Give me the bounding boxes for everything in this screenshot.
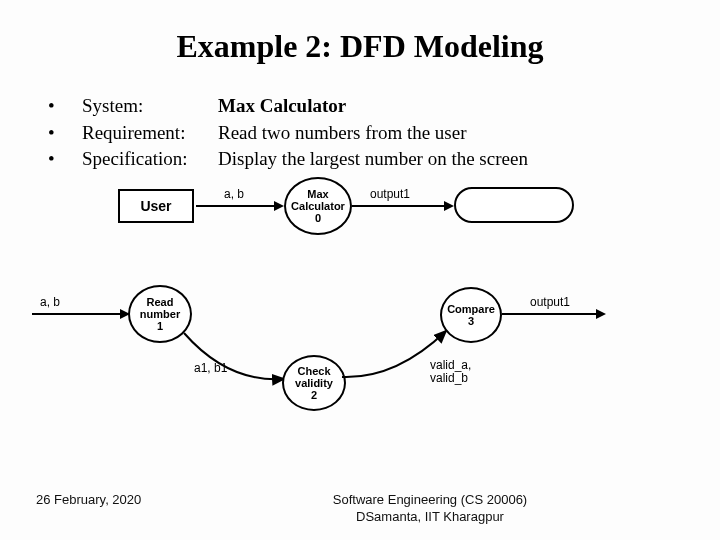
dfd0-process-name: Max Calculator	[286, 188, 350, 212]
dfd0-arrow-out	[352, 205, 446, 207]
dfd1-flow-p2p3-line2: valid_b	[430, 372, 471, 385]
footer-date: 26 February, 2020	[0, 492, 260, 526]
arrow-head-icon	[444, 201, 454, 211]
bullet-item: • Requirement: Read two numbers from the…	[48, 120, 690, 147]
bullet-label: Specification:	[82, 146, 194, 173]
dfd1-p3-id: 3	[468, 315, 474, 327]
bullet-marker: •	[48, 120, 58, 147]
dfd0-flow-in-label: a, b	[224, 187, 244, 201]
bullet-item: • Specification: Display the largest num…	[48, 146, 690, 173]
footer-course: Software Engineering (CS 20006)	[260, 492, 600, 509]
bullet-marker: •	[48, 146, 58, 173]
dfd1-arrow-in	[32, 313, 122, 315]
dfd1-flow-in-label: a, b	[40, 295, 60, 309]
arrow-head-icon	[274, 201, 284, 211]
slide-footer: 26 February, 2020 Software Engineering (…	[0, 492, 720, 526]
dfd0-external-user: User	[118, 189, 194, 223]
dfd1-p3-name: Compare	[447, 303, 495, 315]
dfd1-flow-p1p2-label: a1, b1	[194, 361, 227, 375]
bullet-item: • System: Max Calculator	[48, 93, 690, 120]
bullet-label: Requirement:	[82, 120, 194, 147]
bullet-value: Max Calculator	[218, 93, 346, 120]
dfd1-arrow-p1-p2	[178, 323, 293, 389]
dfd0-process: Max Calculator 0	[284, 177, 352, 235]
bullet-list: • System: Max Calculator • Requirement: …	[0, 65, 720, 183]
dfd1-flow-out-label: output1	[530, 295, 570, 309]
dfd1-arrow-out	[502, 313, 598, 315]
dfd-diagram: User a, b Max Calculator 0 output1 a, b …	[0, 183, 720, 443]
dfd0-flow-out-label: output1	[370, 187, 410, 201]
dfd1-p2-id: 2	[311, 389, 317, 401]
dfd1-process-compare: Compare 3	[440, 287, 502, 343]
dfd1-flow-p2p3-label: valid_a, valid_b	[430, 359, 471, 385]
bullet-value: Display the largest number on the screen	[218, 146, 528, 173]
dfd0-process-id: 0	[315, 212, 321, 224]
dfd1-p1-id: 1	[157, 320, 163, 332]
arrow-head-icon	[596, 309, 606, 319]
bullet-marker: •	[48, 93, 58, 120]
footer-author: DSamanta, IIT Kharagpur	[260, 509, 600, 526]
dfd0-sink	[454, 187, 574, 223]
dfd0-arrow-in	[196, 205, 276, 207]
slide-title: Example 2: DFD Modeling	[0, 0, 720, 65]
dfd1-p1-name: Read number	[130, 296, 190, 320]
dfd1-p2-name: Check validity	[284, 365, 344, 389]
bullet-label: System:	[82, 93, 194, 120]
dfd1-flow-p2p3-line1: valid_a,	[430, 359, 471, 372]
bullet-value: Read two numbers from the user	[218, 120, 467, 147]
